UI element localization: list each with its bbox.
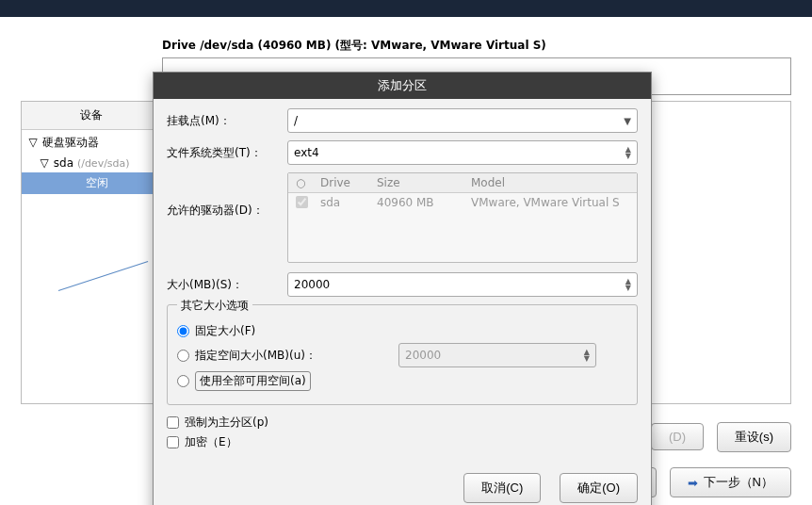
spinner-icon: ▲▼	[584, 349, 590, 362]
check-force-primary[interactable]: 强制为主分区(p)	[167, 415, 638, 431]
radio-fixed-size[interactable]: 固定大小(F)	[177, 323, 627, 339]
device-col-header: 设备	[22, 102, 161, 130]
radio-specify-size[interactable]: 指定空间大小(MB)(u)： 20000 ▲▼	[177, 343, 627, 367]
fstype-label: 文件系统类型(T)：	[167, 145, 287, 161]
tree-label: 空闲	[86, 176, 108, 189]
tree-label: 硬盘驱动器	[42, 136, 99, 149]
radio-specify-label: 指定空间大小(MB)(u)：	[195, 348, 393, 364]
drive-size: 40960 MB	[369, 193, 463, 214]
col-model: Model	[463, 173, 637, 192]
check-encrypt-label: 加密（E）	[185, 434, 237, 450]
drive-name: sda	[313, 193, 369, 214]
col-drive: Drive	[313, 173, 369, 192]
tree-label: sda	[54, 156, 73, 170]
next-button[interactable]: ➡ 下一步（N）	[670, 467, 791, 497]
radio-useall[interactable]: 使用全部可用空间(a)	[177, 371, 627, 391]
size-spin[interactable]: 20000 ▲▼	[287, 272, 638, 297]
size-value: 20000	[294, 278, 330, 291]
drive-model: VMware, VMware Virtual S	[463, 193, 637, 214]
d-button: (D)	[651, 423, 704, 450]
checkbox-col-icon: ○	[288, 173, 313, 192]
mount-point-combo[interactable]: / ▼	[287, 108, 638, 133]
radio-useall-input[interactable]	[177, 375, 189, 387]
expander-icon[interactable]: ▽	[39, 156, 50, 170]
dialog-title: 添加分区	[154, 73, 651, 99]
drives-grid-header: ○ Drive Size Model	[288, 173, 637, 193]
col-size: Size	[369, 173, 463, 192]
radio-useall-label: 使用全部可用空间(a)	[195, 371, 311, 391]
tree-path: (/dev/sda)	[77, 157, 130, 170]
size-label: 大小(MB)(S)：	[167, 277, 287, 293]
expander-icon[interactable]: ▽	[27, 136, 39, 149]
specify-size-spin: 20000 ▲▼	[398, 343, 596, 367]
radio-specify-input[interactable]	[177, 350, 189, 362]
ok-button[interactable]: 确定(O)	[560, 473, 638, 503]
check-force-primary-label: 强制为主分区(p)	[185, 415, 268, 431]
drive-row-sda[interactable]: sda 40960 MB VMware, VMware Virtual S	[288, 193, 637, 214]
radio-fixed-label: 固定大小(F)	[195, 323, 255, 339]
allowdrives-label: 允许的驱动器(D)：	[167, 203, 287, 219]
mount-point-value: /	[294, 114, 298, 127]
window-titlebar	[0, 0, 812, 17]
fstype-combo[interactable]: ext4 ▲▼	[287, 140, 638, 165]
toolbar-row1: (D) 重设(s)	[651, 422, 791, 452]
radio-fixed-input[interactable]	[177, 325, 189, 337]
drive-row-check[interactable]	[296, 196, 308, 208]
check-encrypt-input[interactable]	[167, 436, 179, 448]
check-force-primary-input[interactable]	[167, 416, 179, 429]
add-partition-dialog: 添加分区 挂载点(M)： / ▼ 文件系统类型(T)： ext4 ▲▼ 允许的驱…	[153, 72, 652, 505]
reset-button[interactable]: 重设(s)	[717, 422, 791, 452]
spinner-icon: ▲▼	[625, 278, 631, 291]
tree-node-sda[interactable]: ▽ sda (/dev/sda)	[22, 154, 161, 172]
specify-size-value: 20000	[405, 349, 441, 362]
tree-root-harddrives[interactable]: ▽ 硬盘驱动器	[22, 132, 161, 154]
chevron-down-icon: ▼	[624, 116, 631, 126]
other-size-legend: 其它大小选项	[177, 298, 252, 314]
cancel-button[interactable]: 取消(C)	[463, 473, 541, 503]
allowable-drives-grid[interactable]: ○ Drive Size Model sda 40960 MB VMware, …	[287, 172, 638, 263]
tree-node-free[interactable]: 空闲	[22, 172, 161, 194]
device-tree: 设备 ▽ 硬盘驱动器 ▽ sda (/dev/sda) 空闲	[22, 102, 161, 403]
spinner-icon: ▲▼	[625, 146, 631, 159]
check-encrypt[interactable]: 加密（E）	[167, 434, 638, 450]
mount-label: 挂载点(M)：	[167, 113, 287, 129]
arrow-right-icon: ➡	[688, 476, 698, 490]
drive-header: Drive /dev/sda (40960 MB) (型号: VMware, V…	[162, 38, 791, 54]
other-size-fieldset: 其它大小选项 固定大小(F) 指定空间大小(MB)(u)： 20000 ▲▼	[167, 304, 638, 405]
fstype-value: ext4	[294, 146, 319, 159]
